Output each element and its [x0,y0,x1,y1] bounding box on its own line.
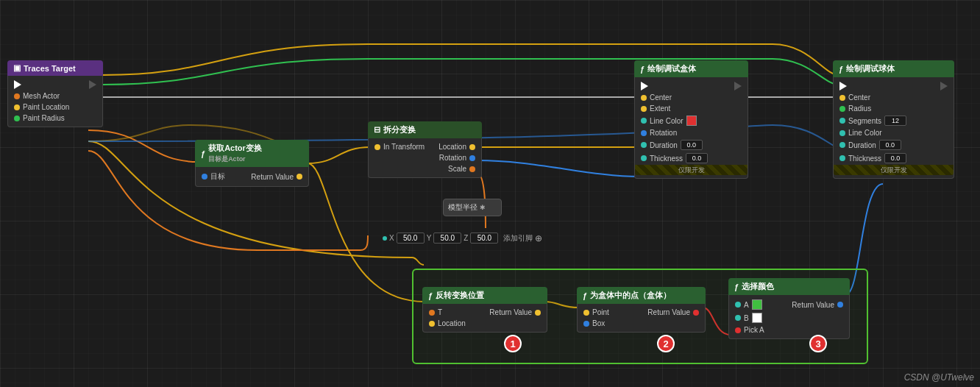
return-value-pib-pin [693,310,699,316]
target-row: 目标 Return Value [196,170,308,183]
thickness-input-sphere[interactable] [884,153,906,163]
center-pin-sphere [839,95,845,101]
traces-target-icon: ▣ [13,63,21,73]
invert-transform-body: T Return Value Location [422,304,547,333]
center-pin-box [641,95,647,101]
extent-label-box: Extent [650,104,670,113]
return-value-invert-pin [535,310,541,316]
segments-label-sphere: Segments [848,117,881,125]
t-pin [429,310,435,316]
split-icon: ⊟ [374,125,380,135]
scale-label: Scale [448,165,466,173]
xyz-pin [383,236,387,241]
a-pin [735,302,741,308]
t-label: T [438,308,442,316]
segments-input-sphere[interactable] [884,116,906,126]
rotation-row-box: Rotation [635,127,748,138]
segments-pin-sphere [839,118,845,124]
node-select-color: ƒ 选择颜色 A Return Value B Pick A [728,278,850,339]
thickness-row-sphere: Thickness [834,152,954,165]
paint-radius-pin [14,116,20,121]
num-circle-3: 3 [809,335,827,352]
a-swatch [752,299,762,310]
paint-location-pin [14,104,20,110]
model-radius-label: 模型半径 [448,203,477,211]
select-color-body: A Return Value B Pick A [728,295,850,339]
duration-input-sphere[interactable] [879,140,901,150]
target-label: 目标 [210,171,225,182]
function-icon-pib: ƒ [583,291,587,300]
traces-target-header: ▣ Traces Target [7,60,103,76]
x-input[interactable] [397,232,425,244]
pick-a-row: Pick A [729,324,849,335]
x-label: X [389,234,394,242]
a-row: A Return Value [729,298,849,311]
point-pin [583,310,589,316]
exec-row [8,79,102,90]
invert-transform-title: 反转变换位置 [436,290,484,301]
node-draw-debug-sphere: ƒ 绘制调试球体 Center Radius Segments Line Col… [833,60,954,179]
node-traces-target: ▣ Traces Target Mesh Actor Paint Locatio… [7,60,103,127]
node-point-in-box: ƒ 为盒体中的点（盒体） Point Return Value Box [577,287,706,333]
get-transform-title: 获取Actor变换 [208,143,262,154]
box-label: Box [592,319,605,327]
radius-pin-sphere [839,106,845,112]
function-icon: ƒ [201,149,205,158]
thickness-pin-box [641,155,647,161]
mesh-actor-row: Mesh Actor [8,90,102,102]
model-radius-icon: ✱ [480,204,486,211]
in-transform-pin [374,144,380,150]
return-value-pib: Return Value [647,308,690,316]
split-transform-header: ⊟ 拆分变换 [368,121,482,138]
node-model-radius: 模型半径 ✱ [443,199,502,216]
num-circle-2: 2 [657,335,675,352]
thickness-input-box[interactable] [686,153,708,163]
node-invert-transform: ƒ 反转变换位置 T Return Value Location [422,287,547,333]
duration-pin-sphere [839,142,845,148]
radius-row-sphere: Radius [834,103,954,114]
duration-input-box[interactable] [681,140,703,150]
rotation-row: Rotation [369,152,481,163]
a-label: A [744,301,749,309]
function-icon-sc: ƒ [734,283,739,291]
draw-sphere-title: 绘制调试球体 [846,63,895,74]
rotation-label: Rotation [439,154,466,162]
line-color-pin-sphere [839,130,845,136]
paint-radius-label: Paint Radius [23,114,65,122]
paint-radius-row: Paint Radius [8,113,102,124]
add-pin-icon: ⊕ [535,233,542,244]
box-row: Box [578,318,705,329]
target-pin [202,174,207,180]
z-input[interactable] [470,232,498,244]
extent-row-box: Extent [635,103,748,114]
thickness-label-box: Thickness [650,155,683,163]
duration-label-box: Duration [650,141,678,149]
y-label: Y [427,234,432,242]
draw-sphere-header: ƒ 绘制调试球体 [833,60,954,77]
b-label: B [744,314,749,322]
point-in-box-body: Point Return Value Box [577,304,706,333]
location-out-label: Location [438,143,466,151]
return-value-pin [297,174,302,180]
dev-only-sphere: 仅限开发 [834,165,954,175]
traces-target-body: Mesh Actor Paint Location Paint Radius [7,76,103,127]
exec-in-pin [14,80,21,89]
exec-out-sphere [940,82,948,90]
draw-box-header: ƒ 绘制调试盒体 [634,60,748,77]
z-label: Z [464,234,468,242]
center-row-box: Center [635,92,748,103]
in-transform-row: In Transform Location [369,141,481,152]
location-pin-invert [429,321,435,327]
num-circle-1: 1 [504,335,522,352]
draw-box-title: 绘制调试盒体 [647,63,696,74]
mesh-actor-label: Mesh Actor [23,92,60,100]
y-input[interactable] [433,232,461,244]
node-draw-debug-box: ƒ 绘制调试盒体 Center Extent Line Color Rotati… [634,60,748,179]
pick-a-label: Pick A [744,326,764,334]
return-value-invert: Return Value [489,308,532,316]
paint-location-label: Paint Location [23,103,69,111]
select-color-header: ƒ 选择颜色 [728,278,850,295]
pick-a-pin [735,327,741,333]
dev-only-box: 仅限开发 [635,165,748,175]
exec-row-box [635,80,748,92]
